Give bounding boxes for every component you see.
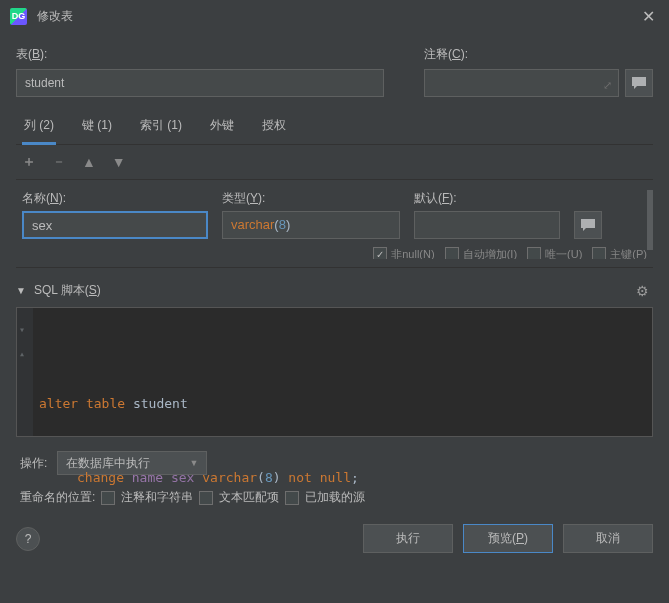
column-default-input[interactable] (414, 211, 560, 239)
autoinc-checkbox[interactable] (445, 247, 459, 259)
default-label: 默认(F): (414, 190, 560, 207)
collapse-icon[interactable]: ▼ (16, 285, 26, 296)
sql-section-header[interactable]: ▼ SQL 脚本(S) ⚙ (16, 268, 653, 307)
column-flags: 非null(N) 自动增加(I) 唯一(U) 主键(P) (22, 239, 647, 259)
type-label: 类型(Y): (222, 190, 400, 207)
primary-checkbox[interactable] (592, 247, 606, 259)
move-down-icon[interactable]: ▼ (112, 154, 126, 170)
column-editor: 名称(N): 类型(Y): varchar(8) 默认(F): 非null(N)… (16, 180, 653, 268)
gutter: ▾ ▴ (17, 308, 33, 436)
window-title: 修改表 (37, 8, 638, 25)
move-up-icon[interactable]: ▲ (82, 154, 96, 170)
tab-keys[interactable]: 键 (1) (80, 117, 114, 144)
sql-section-title: SQL 脚本(S) (34, 282, 101, 299)
notnull-checkbox[interactable] (373, 247, 387, 259)
name-label: 名称(N): (22, 190, 208, 207)
tab-grants[interactable]: 授权 (260, 117, 288, 144)
add-icon[interactable]: ＋ (22, 153, 36, 171)
tab-columns[interactable]: 列 (2) (22, 117, 56, 145)
column-type-input[interactable]: varchar(8) (222, 211, 400, 239)
default-comment-button[interactable] (574, 211, 602, 239)
expand-icon[interactable]: ⤢ (603, 79, 612, 92)
app-icon: DG (10, 8, 27, 25)
tab-foreign-keys[interactable]: 外键 (208, 117, 236, 144)
close-icon[interactable]: ✕ (638, 7, 659, 26)
sql-editor[interactable]: ▾ ▴ alter table student change name sex … (16, 307, 653, 437)
table-label: 表(B): (16, 46, 384, 63)
comment-label: 注释(C): (424, 46, 653, 63)
comment-input[interactable]: ⤢ (424, 69, 619, 97)
titlebar: DG 修改表 ✕ (0, 0, 669, 32)
gear-icon[interactable]: ⚙ (636, 283, 649, 299)
scrollbar[interactable] (647, 190, 653, 250)
comment-button[interactable] (625, 69, 653, 97)
column-toolbar: ＋ － ▲ ▼ (16, 145, 653, 180)
tabs: 列 (2) 键 (1) 索引 (1) 外键 授权 (16, 103, 653, 145)
table-name-input[interactable] (16, 69, 384, 97)
unique-checkbox[interactable] (527, 247, 541, 259)
tab-indexes[interactable]: 索引 (1) (138, 117, 184, 144)
remove-icon[interactable]: － (52, 153, 66, 171)
column-name-input[interactable] (22, 211, 208, 239)
